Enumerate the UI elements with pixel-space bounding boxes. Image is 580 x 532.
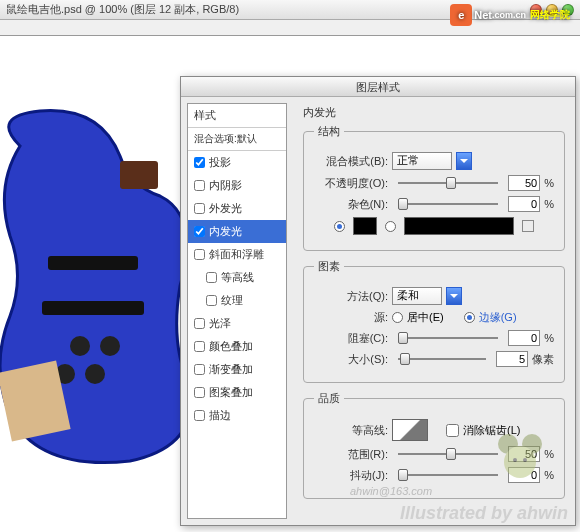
size-unit: 像素 [532,352,554,367]
source-label: 源: [314,310,388,325]
noise-label: 杂色(N): [314,197,388,212]
style-item-label: 渐变叠加 [209,362,253,377]
range-label: 范围(R): [314,447,388,462]
style-checkbox[interactable] [206,295,217,306]
style-item[interactable]: 外发光 [188,197,286,220]
contour-label: 等高线: [314,423,388,438]
blend-mode-label: 混合模式(B): [314,154,388,169]
style-checkbox[interactable] [194,387,205,398]
svg-rect-0 [120,161,158,189]
antialias-checkbox[interactable] [446,424,459,437]
style-item-label: 内发光 [209,224,242,239]
style-checkbox[interactable] [194,180,205,191]
svg-rect-2 [42,301,144,315]
quality-legend: 品质 [314,391,344,406]
structure-group: 结构 混合模式(B): 正常 不透明度(O): % 杂色(N): [303,124,565,251]
color-swatch[interactable] [353,217,377,235]
range-slider[interactable] [398,453,498,455]
style-item[interactable]: 光泽 [188,312,286,335]
style-checkbox[interactable] [194,203,205,214]
gradient-dropdown-icon[interactable] [522,220,534,232]
svg-point-10 [504,446,536,478]
jitter-label: 抖动(J): [314,468,388,483]
opacity-slider[interactable] [398,182,498,184]
source-edge-label: 边缘(G) [479,310,517,325]
style-item[interactable]: 图案叠加 [188,381,286,404]
style-item-label: 纹理 [221,293,243,308]
technique-select[interactable]: 柔和 [392,287,442,305]
style-item-label: 斜面和浮雕 [209,247,264,262]
svg-point-11 [513,458,517,462]
svg-point-12 [523,458,527,462]
email-credit: ahwin@163.com [350,485,432,497]
choke-input[interactable] [508,330,540,346]
structure-legend: 结构 [314,124,344,139]
dialog-title: 图层样式 [181,77,575,97]
style-item[interactable]: 颜色叠加 [188,335,286,358]
source-center-label: 居中(E) [407,310,444,325]
style-item-label: 颜色叠加 [209,339,253,354]
style-item[interactable]: 内发光 [188,220,286,243]
style-checkbox[interactable] [194,249,205,260]
elements-legend: 图素 [314,259,344,274]
style-item-label: 内阴影 [209,178,242,193]
style-item[interactable]: 投影 [188,151,286,174]
style-checkbox[interactable] [194,341,205,352]
style-checkbox[interactable] [194,157,205,168]
style-item[interactable]: 纹理 [188,289,286,312]
illustrated-by: Illustrated by ahwin [400,503,568,524]
source-edge-radio[interactable] [464,312,475,323]
size-label: 大小(S): [314,352,388,367]
noise-input[interactable] [508,196,540,212]
style-item[interactable]: 渐变叠加 [188,358,286,381]
style-item-label: 投影 [209,155,231,170]
contour-picker[interactable] [392,419,428,441]
svg-rect-1 [48,256,138,270]
style-item[interactable]: 等高线 [188,266,286,289]
opacity-input[interactable] [508,175,540,191]
style-checkbox[interactable] [194,226,205,237]
size-slider[interactable] [398,358,486,360]
noise-slider[interactable] [398,203,498,205]
style-item-label: 图案叠加 [209,385,253,400]
mascot-watermark [490,430,550,492]
guitar-illustration [0,106,200,466]
style-item-label: 光泽 [209,316,231,331]
blend-options-item[interactable]: 混合选项:默认 [188,128,286,151]
svg-point-3 [70,336,90,356]
style-list: 样式 混合选项:默认 投影内阴影外发光内发光斜面和浮雕等高线纹理光泽颜色叠加渐变… [187,103,287,519]
document-title: 鼠绘电吉他.psd @ 100% (图层 12 副本, RGB/8) [6,2,239,17]
panel-title: 内发光 [303,105,565,120]
opacity-unit: % [544,177,554,189]
source-center-radio[interactable] [392,312,403,323]
style-item[interactable]: 内阴影 [188,174,286,197]
opacity-label: 不透明度(O): [314,176,388,191]
choke-slider[interactable] [398,337,498,339]
gradient-picker[interactable] [404,217,514,235]
jitter-slider[interactable] [398,474,498,476]
style-list-header[interactable]: 样式 [188,104,286,128]
style-checkbox[interactable] [194,410,205,421]
choke-label: 阻塞(C): [314,331,388,346]
style-item[interactable]: 描边 [188,404,286,427]
style-item-label: 描边 [209,408,231,423]
style-checkbox[interactable] [194,364,205,375]
size-input[interactable] [496,351,528,367]
style-checkbox[interactable] [206,272,217,283]
style-item[interactable]: 斜面和浮雕 [188,243,286,266]
svg-point-6 [85,364,105,384]
style-item-label: 外发光 [209,201,242,216]
watermark-logo: e Net .com.cn 网络学院 [450,4,570,26]
dropdown-arrow-icon[interactable] [446,287,462,305]
gradient-source-radio[interactable] [385,221,396,232]
style-checkbox[interactable] [194,318,205,329]
canvas-area: 图层样式 样式 混合选项:默认 投影内阴影外发光内发光斜面和浮雕等高线纹理光泽颜… [0,36,580,532]
dropdown-arrow-icon[interactable] [456,152,472,170]
color-source-radio[interactable] [334,221,345,232]
style-item-label: 等高线 [221,270,254,285]
technique-label: 方法(Q): [314,289,388,304]
blend-mode-select[interactable]: 正常 [392,152,452,170]
noise-unit: % [544,198,554,210]
choke-unit: % [544,332,554,344]
elements-group: 图素 方法(Q): 柔和 源: 居中(E) 边缘(G) [303,259,565,383]
